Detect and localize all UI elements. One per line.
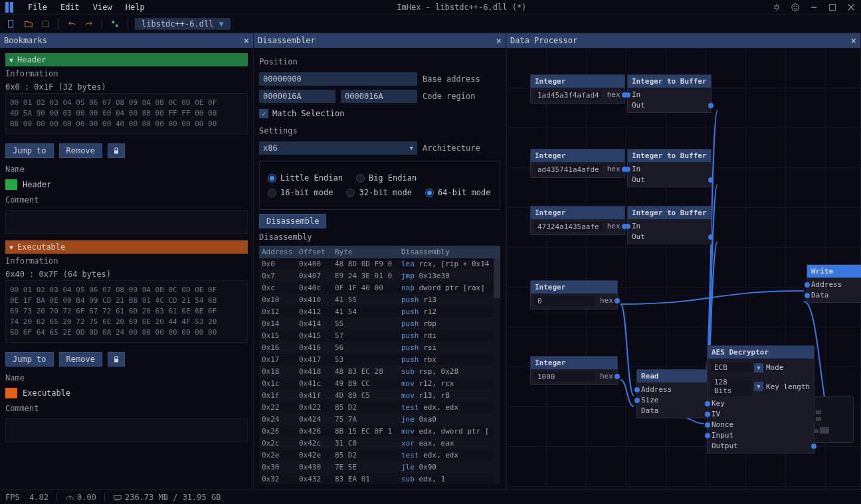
match-selection-label: Match Selection <box>272 109 344 118</box>
name-label: Name <box>5 371 248 385</box>
file-tab[interactable]: libstdc++-6.dll ▼ <box>135 18 231 30</box>
disassembly-row[interactable]: 0x160x41656push rsi <box>259 342 494 354</box>
disassembly-row[interactable]: 0x100x41041 55push r13 <box>259 294 494 306</box>
menu-help[interactable]: Help <box>119 1 151 13</box>
integer-to-buffer-node[interactable]: Integer to BufferInOut <box>627 206 712 244</box>
aes-decryptor-node[interactable]: AES Decryptor ECB▼Mode 128 Bits▼Key leng… <box>707 345 814 454</box>
remove-button[interactable]: Remove <box>59 352 102 367</box>
cpu-status: 0.00 <box>65 493 96 502</box>
svg-rect-6 <box>112 21 115 23</box>
disassembly-row[interactable]: 0x1f0x41f4D 89 C5mov r13, r8 <box>259 390 494 402</box>
code-region-label: Code region <box>423 92 475 101</box>
disassemble-button[interactable]: Disassemble <box>259 214 326 228</box>
hex-dump: 00 01 02 03 04 05 06 07 08 09 0A 0B 0C 0… <box>5 280 248 343</box>
architecture-select[interactable]: x86 ▼ <box>259 141 417 155</box>
integer-node[interactable]: Integerad435741a4afdehex <box>530 149 625 178</box>
disassembly-row[interactable]: 0x240x42475 7Ajne 0xa0 <box>259 414 494 426</box>
integer-node[interactable]: Integer0hex <box>530 280 618 309</box>
smiley-icon[interactable] <box>791 3 800 12</box>
chevron-down-icon[interactable]: ▼ <box>219 19 223 29</box>
close-icon[interactable] <box>846 3 856 12</box>
menubar: File Edit View Help ImHex - libstdc++-6.… <box>0 0 861 15</box>
bookmark-name-value: Executable <box>23 388 70 398</box>
minimize-icon[interactable] <box>809 3 818 12</box>
pattern-icon[interactable] <box>109 18 121 30</box>
disassembly-row[interactable]: 0x70x407E9 24 3E 01 0jmp 0x13e30 <box>259 270 494 282</box>
range-label: 0x40 : 0x7F (64 bytes) <box>5 268 248 280</box>
file-tab-label: libstdc++-6.dll <box>142 19 213 29</box>
app-logo-icon <box>5 2 16 13</box>
comment-input[interactable] <box>5 210 248 234</box>
integer-node[interactable]: Integer1000hex <box>530 356 618 385</box>
open-file-icon[interactable] <box>23 18 35 30</box>
color-swatch[interactable] <box>5 179 17 190</box>
integer-node[interactable]: Integer47324a1435aafehex <box>530 206 625 235</box>
scrollbar[interactable] <box>494 258 500 484</box>
menu-view[interactable]: View <box>86 1 119 13</box>
lock-icon[interactable] <box>108 352 125 367</box>
gauge-icon <box>65 493 74 502</box>
information-label: Information <box>5 254 248 268</box>
base-address-input[interactable] <box>259 72 417 86</box>
jump-to-button[interactable]: Jump to <box>5 143 54 158</box>
svg-point-3 <box>796 5 797 7</box>
disassembly-row[interactable]: 0x180x41848 83 EC 28sub rsp, 0x28 <box>259 366 494 378</box>
disassembly-row[interactable]: 0x220x42285 D2test edx, edx <box>259 402 494 414</box>
jump-to-button[interactable]: Jump to <box>5 352 54 367</box>
integer-node[interactable]: Integer1ad45a3f4afad4hex <box>530 74 625 104</box>
match-selection-checkbox[interactable]: ✓ <box>259 109 268 118</box>
chevron-down-icon: ▼ <box>410 145 413 151</box>
color-swatch[interactable] <box>5 388 17 398</box>
disassembly-row[interactable]: 0x170x41753push rbx <box>259 354 494 366</box>
data-processor-close-icon[interactable]: × <box>851 35 856 46</box>
64bit-mode-radio[interactable]: 64-bit mode <box>425 188 490 197</box>
disassembler-close-icon[interactable]: × <box>496 35 502 46</box>
maximize-icon[interactable] <box>828 3 837 12</box>
undo-icon[interactable] <box>66 18 78 30</box>
disassembly-row[interactable]: 0x2c0x42c31 C0xor eax, eax <box>259 438 494 450</box>
16bit-mode-radio[interactable]: 16-bit mode <box>268 188 333 197</box>
comment-label: Comment <box>5 401 248 416</box>
redo-icon[interactable] <box>83 18 95 30</box>
lock-icon[interactable] <box>108 143 125 158</box>
32bit-mode-radio[interactable]: 32-bit mode <box>346 188 411 197</box>
bookmark-header[interactable]: ▼Header <box>5 53 248 66</box>
code-region-start-input[interactable] <box>259 90 335 103</box>
integer-to-buffer-node[interactable]: Integer to BufferInOut <box>627 149 712 187</box>
architecture-label: Architecture <box>423 143 480 153</box>
disassembly-row[interactable]: 0x00x40048 8D 0D F9 0lea rcx, [rip + 0x1… <box>259 258 494 270</box>
information-label: Information <box>5 66 248 81</box>
disassembly-row[interactable]: 0x2e0x42e85 D2test edx, edx <box>259 450 494 462</box>
disassembly-row[interactable]: 0x1c0x41c49 89 CCmov r12, rcx <box>259 378 494 390</box>
code-region-end-input[interactable] <box>341 90 417 103</box>
name-label: Name <box>5 162 248 177</box>
disassembly-row[interactable]: 0x300x4307E 5Ejle 0x90 <box>259 462 494 473</box>
node-graph[interactable]: Integer1ad45a3f4afad4hexIntegerad435741a… <box>506 48 860 489</box>
integer-to-buffer-node[interactable]: Integer to BufferInOut <box>627 74 712 113</box>
disassembly-row[interactable]: 0xc0x40c0F 1F 40 00nop dword ptr [rax] <box>259 282 494 294</box>
bookmarks-close-icon[interactable]: × <box>244 35 249 46</box>
disassembly-row[interactable]: 0x140x41455push rbp <box>259 318 494 330</box>
little-endian-radio[interactable]: Little Endian <box>268 173 343 183</box>
data-processor-panel: Data Processor × Integer1ad45a3f4afad4he… <box>506 33 861 489</box>
menu-edit[interactable]: Edit <box>54 1 86 13</box>
menu-file[interactable]: File <box>21 1 54 13</box>
disassembly-table[interactable]: 0x00x40048 8D 0D F9 0lea rcx, [rip + 0x1… <box>259 258 494 484</box>
disassembly-row[interactable]: 0x150x41557push rdi <box>259 330 494 342</box>
new-file-icon[interactable] <box>5 18 17 30</box>
svg-rect-4 <box>830 4 836 10</box>
big-endian-radio[interactable]: Big Endian <box>356 173 417 183</box>
write-node[interactable]: WriteAddressData <box>807 264 861 303</box>
comment-input[interactable] <box>5 418 248 442</box>
read-node[interactable]: ReadAddressSizeData <box>636 369 716 418</box>
disassembly-row[interactable]: 0x120x41241 54push r12 <box>259 306 494 318</box>
disassembly-row[interactable]: 0x260x4268B 15 EC 0F 1mov edx, dword ptr… <box>259 426 494 438</box>
disassembly-row[interactable]: 0x320x43283 EA 01sub edx, 1 <box>259 473 494 484</box>
svg-rect-9 <box>114 359 118 362</box>
bug-icon[interactable] <box>772 3 781 12</box>
bookmark-header[interactable]: ▼Executable <box>5 240 248 254</box>
save-icon[interactable] <box>40 18 52 30</box>
memory-icon <box>113 493 122 502</box>
remove-button[interactable]: Remove <box>59 143 102 158</box>
comment-label: Comment <box>5 193 248 207</box>
